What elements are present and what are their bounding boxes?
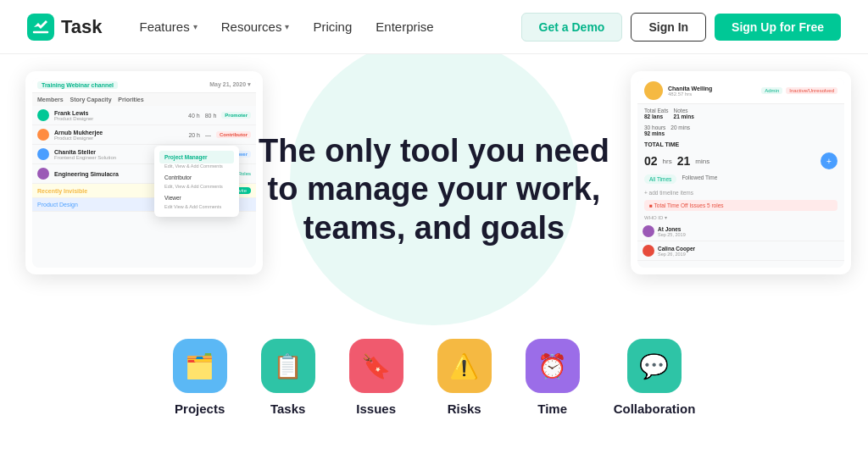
issues-icon: 🔖 (349, 339, 403, 393)
feature-collaboration-label: Collaboration (614, 401, 696, 416)
feature-tasks[interactable]: 📋 Tasks (261, 339, 315, 416)
sign-up-button[interactable]: Sign Up for Free (715, 14, 841, 41)
time-icon: ⏰ (526, 339, 580, 393)
feature-issues-label: Issues (356, 401, 396, 416)
feature-time[interactable]: ⏰ Time (526, 339, 580, 416)
collaboration-icon: 💬 (627, 339, 682, 393)
feature-risks-label: Risks (448, 401, 481, 416)
get-demo-button[interactable]: Get a Demo (521, 13, 623, 42)
feature-risks[interactable]: ⚠️ Risks (437, 339, 492, 416)
hero-left-screenshot: Training Webinar channel May 21, 2020 ▾ … (25, 71, 263, 274)
feature-projects-label: Projects (175, 401, 225, 416)
chevron-down-icon: ▾ (285, 22, 289, 31)
risks-icon: ⚠️ (437, 339, 492, 393)
hero-right-screenshot: Chanita Welling 482.57 hrs Admin Inactiv… (631, 71, 851, 274)
nav-resources[interactable]: Resources ▾ (211, 13, 300, 41)
sign-in-button[interactable]: Sign In (631, 13, 706, 42)
navbar: Task Features ▾ Resources ▾ Pricing Ente… (0, 0, 868, 54)
projects-icon: 🗂️ (173, 339, 227, 393)
feature-tasks-label: Tasks (270, 401, 305, 416)
hero-headline: The only tool you need to manage your wo… (259, 132, 609, 248)
feature-time-label: Time (537, 401, 567, 416)
logo-icon (27, 14, 54, 41)
nav-links: Features ▾ Resources ▾ Pricing Enterpris… (130, 13, 521, 41)
nav-pricing[interactable]: Pricing (303, 13, 362, 41)
hero-section: Training Webinar channel May 21, 2020 ▾ … (0, 54, 868, 325)
features-section: 🗂️ Projects 📋 Tasks 🔖 Issues ⚠️ Risks ⏰ … (0, 325, 868, 429)
logo[interactable]: Task (27, 14, 103, 41)
chevron-down-icon: ▾ (193, 22, 198, 31)
feature-projects[interactable]: 🗂️ Projects (173, 339, 227, 416)
tasks-icon: 📋 (261, 339, 315, 393)
logo-text: Task (61, 16, 103, 38)
nav-buttons: Get a Demo Sign In Sign Up for Free (521, 13, 841, 42)
nav-enterprise[interactable]: Enterprise (365, 13, 443, 41)
feature-issues[interactable]: 🔖 Issues (349, 339, 403, 416)
nav-features[interactable]: Features ▾ (130, 13, 208, 41)
feature-collaboration[interactable]: 💬 Collaboration (614, 339, 696, 416)
